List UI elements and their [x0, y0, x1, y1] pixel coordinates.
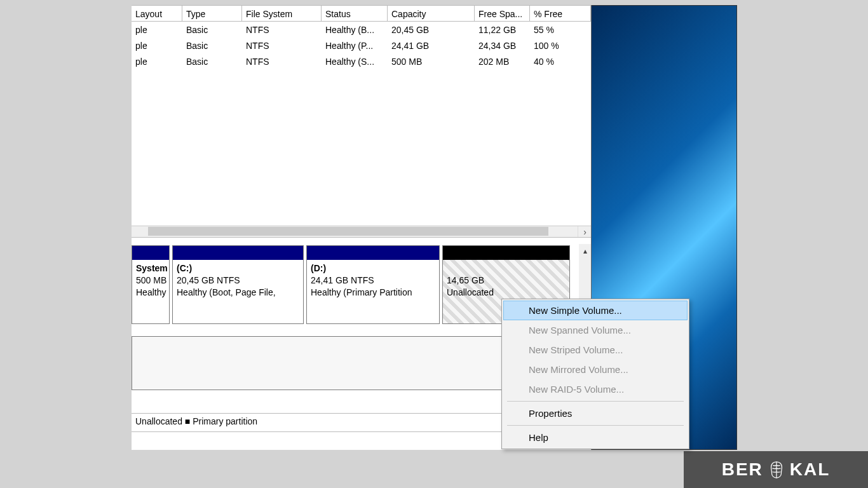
partition-info: System Reser500 MB NTFSHealthy (System: [132, 260, 169, 323]
partition[interactable]: (C:)20,45 GB NTFSHealthy (Boot, Page Fil…: [172, 245, 304, 324]
cell: 500 MB: [388, 55, 475, 68]
col-free-space[interactable]: Free Spa...: [475, 5, 530, 22]
cell: NTFS: [242, 24, 322, 36]
col-type[interactable]: Type: [182, 5, 242, 22]
partition-header: [443, 246, 569, 260]
cell: 40 %: [530, 55, 591, 68]
cell: 100 %: [530, 39, 591, 52]
cell: 55 %: [530, 24, 591, 36]
cell: Basic: [182, 24, 242, 36]
menu-item: New Striped Volume...: [503, 340, 688, 360]
scrollbar-thumb[interactable]: [148, 227, 548, 236]
cell: Basic: [182, 39, 242, 52]
scrollbar-track[interactable]: [132, 226, 578, 237]
horizontal-scrollbar[interactable]: ›: [132, 226, 592, 237]
cell: 202 MB: [475, 55, 530, 68]
partition-header: [132, 246, 169, 260]
table-row[interactable]: pleBasicNTFSHealthy (B...20,45 GB11,22 G…: [132, 22, 592, 37]
scroll-right-icon[interactable]: ›: [578, 226, 592, 237]
cell: Healthy (S...: [322, 55, 388, 68]
table-row[interactable]: pleBasicNTFSHealthy (S...500 MB202 MB40 …: [132, 53, 592, 69]
cell: NTFS: [242, 39, 322, 52]
menu-separator: [507, 425, 684, 426]
cell: Healthy (B...: [322, 24, 388, 36]
col-layout[interactable]: Layout: [132, 5, 182, 22]
cell: ple: [132, 55, 182, 68]
col-pct-free[interactable]: % Free: [530, 5, 591, 22]
volume-list[interactable]: Layout Type File System Status Capacity …: [132, 5, 592, 238]
partition[interactable]: System Reser500 MB NTFSHealthy (System: [132, 245, 170, 324]
menu-item: New RAID-5 Volume...: [503, 379, 688, 399]
partition-header: [307, 246, 439, 260]
cell: Healthy (P...: [322, 39, 388, 52]
col-file-system[interactable]: File System: [242, 5, 322, 22]
col-capacity[interactable]: Capacity: [388, 5, 475, 22]
partition-info: (C:)20,45 GB NTFSHealthy (Boot, Page Fil…: [173, 260, 303, 323]
partition-info: (D:)24,41 GB NTFSHealthy (Primary Partit…: [307, 260, 439, 323]
cell: ple: [132, 39, 182, 52]
context-menu: New Simple Volume...New Spanned Volume..…: [501, 299, 689, 449]
volume-list-header: Layout Type File System Status Capacity …: [132, 5, 592, 22]
watermark: BER KAL: [684, 451, 868, 488]
cell: 24,34 GB: [475, 39, 530, 52]
cell: NTFS: [242, 55, 322, 68]
menu-item[interactable]: New Simple Volume...: [503, 301, 688, 320]
menu-item[interactable]: Properties: [503, 403, 688, 423]
cell: Basic: [182, 55, 242, 68]
watermark-text-2: KAL: [790, 459, 831, 480]
menu-separator: [507, 401, 684, 402]
menu-item: New Mirrored Volume...: [503, 360, 688, 379]
partition[interactable]: (D:)24,41 GB NTFSHealthy (Primary Partit…: [306, 245, 440, 324]
table-row[interactable]: pleBasicNTFSHealthy (P...24,41 GB24,34 G…: [132, 37, 592, 53]
menu-item[interactable]: Help: [503, 428, 688, 447]
menu-item: New Spanned Volume...: [503, 320, 688, 340]
brain-icon: [767, 460, 786, 479]
partition-header: [173, 246, 303, 260]
cell: 20,45 GB: [388, 24, 475, 36]
cell: ple: [132, 24, 182, 36]
cell: 24,41 GB: [388, 39, 475, 52]
scroll-up-icon[interactable]: ▴: [579, 244, 592, 258]
col-status[interactable]: Status: [322, 5, 388, 22]
watermark-text-1: BER: [722, 459, 763, 480]
cell: 11,22 GB: [475, 24, 530, 36]
